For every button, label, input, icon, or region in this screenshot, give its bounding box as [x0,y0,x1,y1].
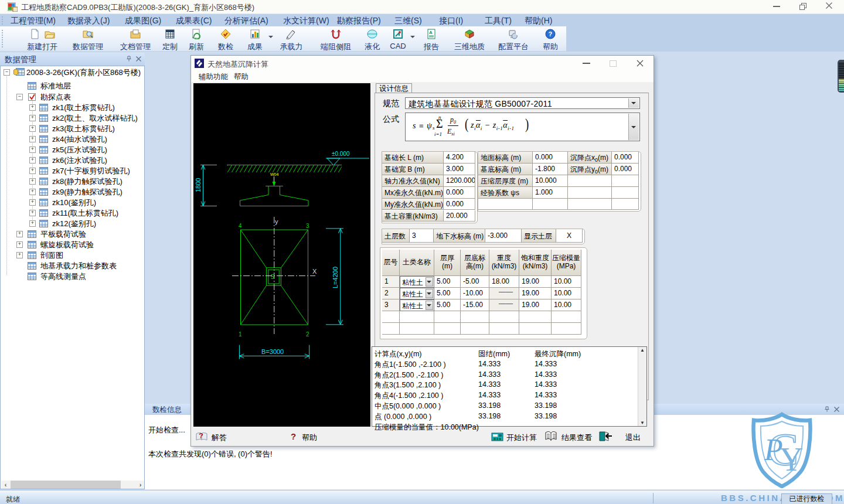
svg-text:1800: 1800 [195,178,202,192]
svg-text:W04: W04 [270,172,279,176]
svg-text:3: 3 [306,223,309,229]
svg-text:1: 1 [239,331,242,338]
svg-text:X: X [312,268,317,275]
svg-text:L=4200: L=4200 [332,267,339,288]
svg-text:y: y [275,218,278,225]
svg-text:Y: Y [780,441,803,478]
svg-text:?: ? [199,431,203,440]
svg-text:B=3000: B=3000 [261,348,284,355]
svg-text:A: A [429,30,433,35]
svg-text:±0.000: ±0.000 [332,151,350,157]
svg-text:2: 2 [306,331,309,338]
svg-text:5: 5 [271,274,274,280]
svg-text:4: 4 [239,223,242,229]
svg-text:?: ? [549,30,553,38]
